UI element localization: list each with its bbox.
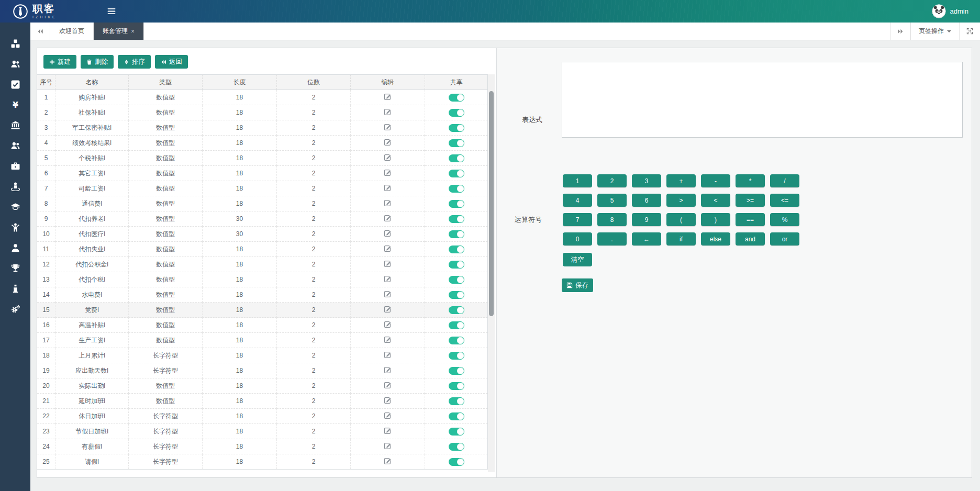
- table-row[interactable]: 15 党费l 数值型 18 2: [37, 303, 488, 318]
- sidebar-item-trophy[interactable]: [0, 258, 30, 278]
- sort-button[interactable]: 排序: [118, 55, 151, 69]
- sidebar-item-briefcase[interactable]: [0, 156, 30, 176]
- share-toggle[interactable]: [449, 94, 464, 102]
- op-button->=[interactable]: >=: [736, 194, 765, 207]
- tabs-scroll-left-button[interactable]: [30, 23, 50, 40]
- sidebar-item-gears[interactable]: [0, 299, 30, 319]
- sidebar-item-yen[interactable]: ¥: [0, 95, 30, 115]
- op-button-2[interactable]: 2: [597, 174, 627, 187]
- tab-welcome-home[interactable]: 欢迎首页: [50, 23, 94, 40]
- new-button[interactable]: 新建: [43, 55, 76, 69]
- op-button-<[interactable]: <: [701, 194, 730, 207]
- table-row[interactable]: 12 代扣公积金l 数值型 18 2: [37, 257, 488, 272]
- op-button-and[interactable]: and: [736, 232, 765, 246]
- edit-icon[interactable]: [384, 229, 392, 237]
- share-toggle[interactable]: [449, 291, 464, 299]
- close-tab-icon[interactable]: ×: [131, 28, 135, 35]
- tab-operations-dropdown[interactable]: 页签操作: [910, 23, 959, 40]
- share-toggle[interactable]: [449, 139, 464, 147]
- table-row[interactable]: 1 购房补贴l 数值型 18 2: [37, 90, 488, 105]
- table-scrollbar-track[interactable]: [488, 74, 495, 472]
- edit-icon[interactable]: [384, 184, 392, 192]
- table-row[interactable]: 11 代扣失业l 数值型 18 2: [37, 242, 488, 257]
- table-row[interactable]: 4 绩效考核结果l 数值型 18 2: [37, 136, 488, 151]
- tabs-scroll-right-button[interactable]: [890, 23, 910, 40]
- op-button-.[interactable]: .: [597, 232, 627, 246]
- edit-icon[interactable]: [384, 93, 392, 101]
- op-button-←[interactable]: ←: [632, 232, 661, 246]
- table-row[interactable]: 23 节假日加班l 长字符型 18 2: [37, 424, 488, 439]
- op-button-/[interactable]: /: [770, 174, 799, 187]
- edit-icon[interactable]: [384, 169, 392, 176]
- table-row[interactable]: 21 延时加班l 数值型 18 2: [37, 394, 488, 409]
- edit-icon[interactable]: [384, 442, 392, 450]
- share-toggle[interactable]: [449, 428, 464, 436]
- op-button-7[interactable]: 7: [563, 213, 592, 226]
- edit-icon[interactable]: [384, 336, 392, 343]
- share-toggle[interactable]: [449, 246, 464, 253]
- edit-icon[interactable]: [384, 123, 392, 131]
- expression-textarea[interactable]: [562, 62, 963, 138]
- op-button-4[interactable]: 4: [563, 194, 592, 207]
- table-row[interactable]: 17 生产工资l 数值型 18 2: [37, 333, 488, 348]
- sidebar-item-users[interactable]: [0, 136, 30, 156]
- op-button-3[interactable]: 3: [632, 174, 661, 187]
- table-row[interactable]: 25 请假l 长字符型 18 2: [37, 454, 488, 470]
- share-toggle[interactable]: [449, 321, 464, 329]
- table-row[interactable]: 8 通信费l 数值型 18 2: [37, 196, 488, 211]
- share-toggle[interactable]: [449, 124, 464, 132]
- user-menu[interactable]: admin: [932, 4, 968, 18]
- table-row[interactable]: 9 代扣养老l 数值型 30 2: [37, 211, 488, 227]
- table-scrollbar-thumb[interactable]: [489, 91, 494, 316]
- sidebar-item-user[interactable]: [0, 238, 30, 258]
- share-toggle[interactable]: [449, 367, 464, 375]
- op-button->[interactable]: >: [666, 194, 696, 207]
- table-row[interactable]: 2 社保补贴l 数值型 18 2: [37, 105, 488, 120]
- share-toggle[interactable]: [449, 458, 464, 466]
- op-button-*[interactable]: *: [736, 174, 765, 187]
- table-row[interactable]: 14 水电费l 数值型 18 2: [37, 287, 488, 303]
- share-toggle[interactable]: [449, 276, 464, 284]
- op-button-else[interactable]: else: [701, 232, 730, 246]
- share-toggle[interactable]: [449, 230, 464, 238]
- table-row[interactable]: 7 司龄工资l 数值型 18 2: [37, 181, 488, 196]
- share-toggle[interactable]: [449, 154, 464, 162]
- op-button-+[interactable]: +: [666, 174, 696, 187]
- edit-icon[interactable]: [384, 275, 392, 283]
- edit-icon[interactable]: [384, 396, 392, 404]
- edit-icon[interactable]: [384, 351, 392, 359]
- sidebar-item-users[interactable]: [0, 54, 30, 74]
- op-button-if[interactable]: if: [666, 232, 696, 246]
- back-button[interactable]: 返回: [155, 55, 188, 69]
- clear-button[interactable]: 清空: [563, 253, 592, 266]
- table-row[interactable]: 18 上月累计l 长字符型 18 2: [37, 348, 488, 363]
- share-toggle[interactable]: [449, 306, 464, 314]
- delete-button[interactable]: 删除: [81, 55, 114, 69]
- sidebar-item-street-view[interactable]: [0, 176, 30, 197]
- edit-icon[interactable]: [384, 411, 392, 419]
- table-row[interactable]: 13 代扣个税l 数值型 18 2: [37, 272, 488, 287]
- op-button-1[interactable]: 1: [563, 174, 592, 187]
- edit-icon[interactable]: [384, 214, 392, 222]
- table-row[interactable]: 19 应出勤天数l 长字符型 18 2: [37, 363, 488, 378]
- op-button-0[interactable]: 0: [563, 232, 592, 246]
- table-row[interactable]: 22 休日加班l 长字符型 18 2: [37, 409, 488, 424]
- edit-icon[interactable]: [384, 320, 392, 328]
- op-button-%[interactable]: %: [770, 213, 799, 226]
- table-row[interactable]: 10 代扣医疗l 数值型 30 2: [37, 227, 488, 242]
- share-toggle[interactable]: [449, 109, 464, 117]
- op-button-==[interactable]: ==: [736, 213, 765, 226]
- edit-icon[interactable]: [384, 108, 392, 116]
- share-toggle[interactable]: [449, 443, 464, 451]
- edit-icon[interactable]: [384, 290, 392, 298]
- op-button-8[interactable]: 8: [597, 213, 627, 226]
- share-toggle[interactable]: [449, 261, 464, 269]
- share-toggle[interactable]: [449, 185, 464, 193]
- share-toggle[interactable]: [449, 337, 464, 344]
- op-button-<=[interactable]: <=: [770, 194, 799, 207]
- edit-icon[interactable]: [384, 260, 392, 267]
- sidebar-item-check-square[interactable]: [0, 74, 30, 95]
- op-button--[interactable]: -: [701, 174, 730, 187]
- table-row[interactable]: 16 高温补贴l 数值型 18 2: [37, 318, 488, 333]
- app-logo[interactable]: 职客 IZHIKE: [13, 4, 57, 19]
